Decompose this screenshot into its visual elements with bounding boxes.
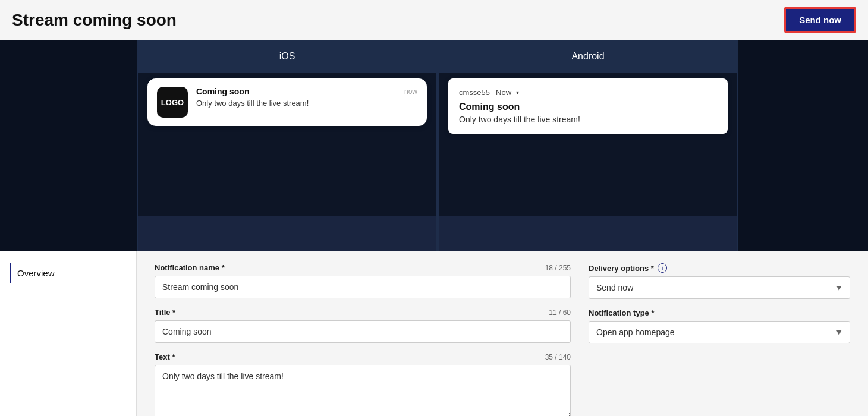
title-label-row: Title * 11 / 60 [155,308,571,317]
delivery-options-label-group: Delivery options * i [589,263,667,273]
android-notification-top: cmsse55 Now ▾ [459,88,717,97]
text-label-row: Text * 35 / 140 [155,352,571,361]
ios-logo: LOGO [157,87,188,118]
bottom-area: Overview Notification name * 18 / 255 Ti… [0,251,868,416]
ios-notification-content: Coming soon now Only two days till the l… [196,87,417,108]
notification-type-field: Notification type * Open app homepage Op… [589,308,850,343]
title-counter: 11 / 60 [549,308,571,317]
ios-preview-body: LOGO Coming soon now Only two days till … [138,73,436,216]
notification-name-label: Notification name * [155,263,225,272]
text-textarea[interactable] [155,365,571,416]
nav-item-overview[interactable]: Overview [10,263,127,283]
android-app-name: cmsse55 [459,88,490,97]
notification-type-label-row: Notification type * [589,308,850,317]
chevron-down-icon: ▾ [516,89,519,96]
ios-notification-title: Coming soon [196,87,249,96]
notification-type-select-wrapper: Open app homepage Open URL Open deep lin… [589,321,850,343]
preview-area: iOS LOGO Coming soon now Only two days t… [0,40,868,216]
notification-name-input[interactable] [155,276,571,298]
preview-bottom-left [0,216,137,251]
notification-name-counter: 18 / 255 [545,264,571,272]
title-field: Title * 11 / 60 [155,308,571,343]
preview-left-strip [0,40,137,216]
delivery-options-label-row: Delivery options * i [589,263,850,273]
text-field: Text * 35 / 140 [155,352,571,416]
delivery-options-select-wrapper: Send now Schedule Recurring ▼ [589,276,850,299]
text-counter: 35 / 140 [545,353,571,361]
form-right: Delivery options * i Send now Schedule R… [589,263,850,404]
ios-notification-card: LOGO Coming soon now Only two days till … [147,78,427,126]
preview-bottom-right [737,216,868,251]
page-title: Stream coming soon [12,11,177,30]
header: Stream coming soon Send now [0,0,868,40]
title-input[interactable] [155,320,571,343]
notification-name-label-row: Notification name * 18 / 255 [155,263,571,272]
preview-bottom-android [438,216,737,251]
android-header: Android [439,40,737,73]
android-notification-title: Coming soon [459,102,717,112]
form-area: Notification name * 18 / 255 Title * 11 … [137,251,868,416]
ios-preview-column: iOS LOGO Coming soon now Only two days t… [137,40,438,216]
ios-notification-time: now [404,87,417,96]
preview-bottom-strip [0,216,868,251]
notification-name-field: Notification name * 18 / 255 [155,263,571,298]
ios-header: iOS [138,40,436,73]
delivery-options-select[interactable]: Send now Schedule Recurring [589,276,850,299]
android-notification-body: Only two days till the live stream! [459,115,717,124]
android-preview-column: Android cmsse55 Now ▾ Coming soon Only t… [438,40,737,216]
android-time: Now [496,88,511,97]
delivery-options-field: Delivery options * i Send now Schedule R… [589,263,850,299]
android-notification-card: cmsse55 Now ▾ Coming soon Only two days … [448,78,728,134]
notification-type-select[interactable]: Open app homepage Open URL Open deep lin… [589,321,850,343]
left-nav: Overview [0,251,137,416]
notification-type-label: Notification type * [589,308,655,317]
info-icon[interactable]: i [658,263,667,273]
send-now-button[interactable]: Send now [784,7,856,33]
preview-bottom-ios [137,216,438,251]
form-left: Notification name * 18 / 255 Title * 11 … [155,263,571,404]
delivery-options-label: Delivery options * [589,264,654,273]
android-preview-body: cmsse55 Now ▾ Coming soon Only two days … [439,73,737,216]
ios-notification-body: Only two days till the live stream! [196,99,417,108]
preview-right-strip [737,40,868,216]
title-label: Title * [155,308,175,317]
text-label: Text * [155,352,175,361]
ios-notification-top: Coming soon now [196,87,417,96]
